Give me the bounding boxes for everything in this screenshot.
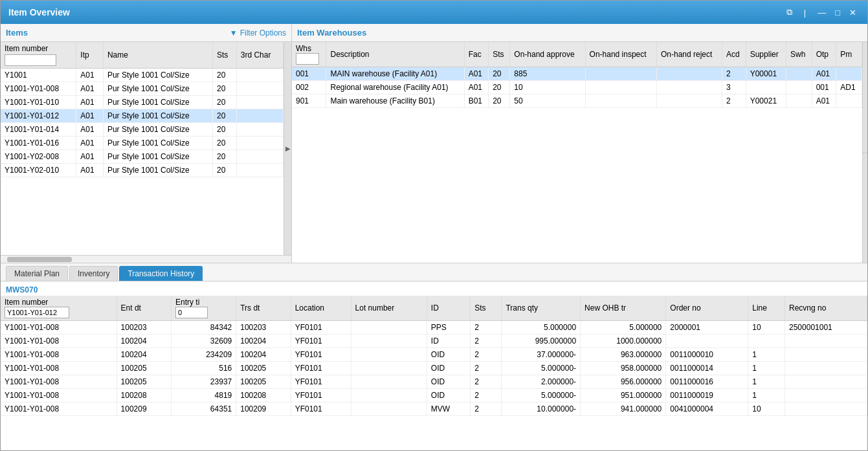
- cell-new-ohb-tr: 941.000000: [581, 402, 666, 416]
- transaction-table-row[interactable]: Y1001-Y01-008 100209 64351 100209 YF0101…: [1, 402, 867, 416]
- tabs-container: Material PlanInventoryTransaction Histor…: [1, 266, 204, 281]
- items-table-row[interactable]: Y1001-Y01-010 A01 Pur Style 1001 Col/Siz…: [1, 96, 284, 109]
- col-entry-ti: Entry ti: [171, 296, 236, 321]
- cell-description: Regional warehouse (Facility A01): [326, 81, 464, 94]
- cell-on-hand-reject: [656, 81, 722, 94]
- cell-item-number: Y1001-Y01-014: [1, 123, 76, 137]
- cell-sts: 20: [489, 67, 510, 81]
- col-id: ID: [427, 296, 470, 321]
- filter-options-button[interactable]: ▼ Filter Options: [230, 28, 286, 38]
- cell-on-hand-inspect: [585, 94, 656, 108]
- col-otp: Otp: [812, 42, 836, 67]
- cell-entry-ti: 84342: [171, 321, 236, 335]
- items-table-container[interactable]: Item number Itp Name Sts 3rd Char: [1, 42, 284, 255]
- items-scroll-right-arrow[interactable]: ▶: [284, 42, 291, 255]
- col-description: Description: [326, 42, 464, 67]
- right-resize-handle[interactable]: ⋮: [862, 42, 867, 263]
- cell-ent-dt: 100205: [117, 375, 171, 389]
- cell-swh: [786, 67, 812, 81]
- items-table: Item number Itp Name Sts 3rd Char: [1, 42, 284, 177]
- items-table-row[interactable]: Y1001-Y01-016 A01 Pur Style 1001 Col/Siz…: [1, 137, 284, 150]
- filter-options-label[interactable]: Filter Options: [240, 28, 286, 38]
- cell-3rd-char: [236, 82, 283, 96]
- cell-new-ohb-tr: 951.000000: [581, 389, 666, 402]
- transaction-table-row[interactable]: Y1001-Y01-008 100205 516 100205 YF0101 O…: [1, 362, 867, 375]
- cell-recvng-no: [785, 375, 867, 389]
- items-table-header-row: Item number Itp Name Sts 3rd Char: [1, 42, 284, 69]
- cell-lot-number: [351, 362, 427, 375]
- transaction-table-row[interactable]: Y1001-Y01-008 100204 234209 100204 YF010…: [1, 348, 867, 362]
- transaction-table-row[interactable]: Y1001-Y01-008 100203 84342 100203 YF0101…: [1, 321, 867, 335]
- warehouses-table-row[interactable]: 901 Main warehouse (Facility B01) B01 20…: [292, 94, 862, 108]
- cell-trs-dt: 100209: [236, 402, 291, 416]
- whs-filter-input[interactable]: [296, 53, 319, 65]
- cell-trans-qty: 995.000000: [502, 335, 581, 348]
- transaction-table-body: Y1001-Y01-008 100203 84342 100203 YF0101…: [1, 321, 867, 416]
- cell-recvng-no: [785, 335, 867, 348]
- cell-new-ohb-tr: 1000.000000: [581, 335, 666, 348]
- items-table-row[interactable]: Y1001-Y01-014 A01 Pur Style 1001 Col/Siz…: [1, 123, 284, 137]
- col-trans-qty: Trans qty: [502, 296, 581, 321]
- cell-3rd-char: [236, 109, 283, 123]
- cell-on-hand-reject: [656, 67, 722, 81]
- cell-supplier: Y00021: [746, 94, 786, 108]
- tab-inventory[interactable]: Inventory: [69, 266, 118, 281]
- close-button[interactable]: ✕: [846, 6, 860, 19]
- cell-recvng-no: [785, 362, 867, 375]
- tab-material-plan[interactable]: Material Plan: [6, 266, 68, 281]
- cell-itp: A01: [76, 123, 104, 137]
- tab-transaction-history[interactable]: Transaction History: [119, 266, 203, 281]
- resize-dots-icon: ⋮: [862, 150, 867, 155]
- transaction-table-container[interactable]: Item number Ent dt Entry ti Trs dt Locat…: [1, 296, 867, 450]
- items-horizontal-scrollbar[interactable]: [1, 255, 291, 263]
- cell-trans-sts: 2: [471, 362, 502, 375]
- transaction-table-row[interactable]: Y1001-Y01-008 100205 23937 100205 YF0101…: [1, 375, 867, 389]
- trans-item-number-filter[interactable]: [5, 307, 69, 318]
- items-table-row[interactable]: Y1001-Y01-012 A01 Pur Style 1001 Col/Siz…: [1, 109, 284, 123]
- items-table-row[interactable]: Y1001-Y01-008 A01 Pur Style 1001 Col/Siz…: [1, 82, 284, 96]
- items-scroll-thumb[interactable]: [7, 257, 72, 262]
- col-name: Name: [103, 42, 212, 69]
- cell-item-number: Y1001-Y02-008: [1, 150, 76, 164]
- col-lot-number: Lot number: [351, 296, 427, 321]
- cell-whs: 002: [292, 81, 326, 94]
- warehouses-table-container[interactable]: Whs Description Fac Sts On-hand approve …: [292, 42, 862, 263]
- warehouses-panel: Item Warehouses Whs Descripti: [292, 24, 867, 263]
- warehouses-panel-title: Item Warehouses: [297, 28, 366, 38]
- col-on-hand-reject: On-hand reject: [656, 42, 722, 67]
- transaction-table-row[interactable]: Y1001-Y01-008 100208 4819 100208 YF0101 …: [1, 389, 867, 402]
- cell-name: Pur Style 1001 Col/Size: [103, 82, 212, 96]
- col-new-ohb-tr: New OHB tr: [581, 296, 666, 321]
- cell-trans-qty: 10.000000-: [502, 402, 581, 416]
- items-table-row[interactable]: Y1001 A01 Pur Style 1001 Col/Size 20: [1, 69, 284, 82]
- cell-trans-sts: 2: [471, 389, 502, 402]
- cell-whs: 901: [292, 94, 326, 108]
- restore-button[interactable]: ⧉: [783, 6, 796, 19]
- cell-ent-dt: 100208: [117, 389, 171, 402]
- cell-otp: 001: [812, 81, 836, 94]
- cell-lot-number: [351, 321, 427, 335]
- minimize-button[interactable]: —: [814, 6, 829, 19]
- cell-new-ohb-tr: 958.000000: [581, 362, 666, 375]
- col-sts: Sts: [489, 42, 510, 67]
- warehouses-table-row[interactable]: 002 Regional warehouse (Facility A01) A0…: [292, 81, 862, 94]
- cell-trans-item-number: Y1001-Y01-008: [1, 402, 117, 416]
- warehouses-table-row[interactable]: 001 MAIN warehouse (Facility A01) A01 20…: [292, 67, 862, 81]
- item-number-filter-input[interactable]: [5, 54, 56, 66]
- cell-ent-dt: 100204: [117, 335, 171, 348]
- cell-trans-item-number: Y1001-Y01-008: [1, 321, 117, 335]
- cell-new-ohb-tr: 963.000000: [581, 348, 666, 362]
- cell-order-no: 0011000010: [666, 348, 748, 362]
- trans-entry-ti-filter[interactable]: [175, 307, 208, 318]
- cell-ent-dt: 100204: [117, 348, 171, 362]
- cell-id: OID: [427, 362, 470, 375]
- cell-entry-ti: 64351: [171, 402, 236, 416]
- cell-fac: A01: [464, 81, 489, 94]
- filter-icon: ▼: [230, 28, 238, 38]
- maximize-button[interactable]: □: [832, 6, 843, 19]
- cell-whs: 001: [292, 67, 326, 81]
- cell-trans-qty: 5.000000-: [502, 362, 581, 375]
- transaction-table-row[interactable]: Y1001-Y01-008 100204 32609 100204 YF0101…: [1, 335, 867, 348]
- items-table-row[interactable]: Y1001-Y02-008 A01 Pur Style 1001 Col/Siz…: [1, 150, 284, 164]
- items-table-row[interactable]: Y1001-Y02-010 A01 Pur Style 1001 Col/Siz…: [1, 164, 284, 177]
